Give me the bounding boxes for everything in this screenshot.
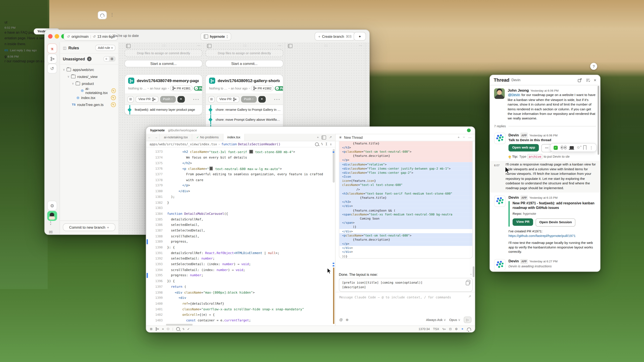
cursor-position[interactable]: 1370:34 bbox=[418, 327, 430, 331]
layout-icon[interactable]: ⊞ bbox=[150, 327, 152, 331]
panel-toggle-icon[interactable] bbox=[126, 44, 130, 48]
avatar[interactable] bbox=[494, 88, 505, 99]
code-line-1385[interactable]: 1385 detailsScrollRef, bbox=[146, 217, 335, 222]
code-line-1383[interactable]: 1383 bbox=[146, 205, 335, 211]
branch-name[interactable]: devin/1764380749-memory-page bbox=[137, 78, 198, 83]
code-line-1378[interactable]: 1378 with care bbox=[146, 177, 335, 183]
code-line-1401[interactable]: 1401 className="overflow-x-auto scrollba… bbox=[146, 306, 335, 312]
slack-replies-link[interactable]: es Last reply 1 day ago bbox=[4, 48, 37, 52]
add-reaction-icon[interactable]: ☺ bbox=[577, 146, 580, 149]
devin-avatar[interactable] bbox=[494, 195, 506, 207]
assistant-conversation[interactable]: {feature.title} </h3> <p className="text… bbox=[336, 141, 475, 292]
commit-item[interactable]: chore: move Prompt Gallery above Workflo… bbox=[206, 114, 283, 124]
assign-button[interactable]: ⊞ bbox=[208, 96, 215, 102]
check-icon[interactable]: ✓ bbox=[187, 327, 190, 331]
send-button[interactable]: ▷ bbox=[464, 316, 472, 323]
debug-icon[interactable]: ⚙ bbox=[455, 327, 458, 331]
prettier-icon[interactable]: ϟ» bbox=[442, 327, 446, 331]
tree-item-routes-view[interactable]: ∨routes/_view bbox=[60, 73, 118, 80]
more-actions-icon[interactable]: ⋮ bbox=[590, 145, 593, 150]
lane-menu-icon[interactable]: ⋯ bbox=[359, 44, 363, 47]
open-devin-session-button[interactable]: Open Devin Session bbox=[536, 218, 576, 227]
code-line-1379[interactable]: 1379 </p> bbox=[146, 183, 335, 188]
code-line-1391[interactable]: 1391 detailsScrollRef: React.RefObject<H… bbox=[146, 250, 335, 256]
tree-item-apps-web-src[interactable]: ∨apps/web/src bbox=[60, 66, 118, 73]
code-line-1399[interactable]: 1399 <div bbox=[146, 295, 335, 301]
ai-actions-button[interactable]: ✦ bbox=[354, 32, 366, 41]
breadcrumb[interactable]: apps/web/src/routes/_view/index.tsx › fu… bbox=[146, 141, 335, 147]
start-commit-button[interactable]: Start a commit... bbox=[124, 60, 202, 67]
thread-scrollbar[interactable] bbox=[598, 86, 599, 155]
code-line-1392[interactable]: 1392 selectedDetail: number; bbox=[146, 256, 335, 262]
feedback-mail-icon[interactable]: ✉ bbox=[49, 230, 52, 235]
code-line-1387[interactable]: 1387 setSelectedDetail, bbox=[146, 228, 335, 233]
model-select[interactable]: Opus ∨ bbox=[449, 318, 460, 322]
expand-input-icon[interactable]: ↗ bbox=[468, 295, 471, 298]
check-reaction-icon[interactable]: ✓ bbox=[554, 145, 558, 150]
code-line-1380[interactable]: 1380 </div> bbox=[146, 188, 335, 194]
drop-zone[interactable]: Drop files to assign or commit directly bbox=[124, 49, 202, 57]
split-editor-icon[interactable] bbox=[322, 135, 326, 139]
diff-icon[interactable]: ↕ bbox=[330, 142, 332, 146]
drag-handle-icon[interactable]: ∷∷ bbox=[324, 44, 327, 47]
code-line-1375[interactable]: 1375 </h2> bbox=[146, 160, 335, 166]
view-pr-button[interactable]: View PR bbox=[136, 96, 158, 102]
tab-ai-notetaking[interactable]: ai-notetaking.tsx bbox=[159, 134, 192, 141]
eyes-reaction-icon[interactable] bbox=[560, 146, 567, 149]
sparkle-icon[interactable]: ϟ bbox=[321, 142, 323, 146]
devin-avatar[interactable] bbox=[494, 133, 506, 144]
commit-item[interactable]: chore: rename Gallery to Prompt Gallery … bbox=[206, 105, 283, 114]
code-line-1393[interactable]: 1393 setSelectedDetail: (index: number) … bbox=[146, 262, 335, 267]
code-editor[interactable]: 1373 <h2 className="text-3xl font-serif … bbox=[146, 147, 335, 326]
assign-button[interactable]: ⊞ bbox=[127, 96, 134, 102]
tree-item-ai-notetaking-tsx[interactable]: ⊛ai-notetaking.tsx✎ bbox=[60, 87, 118, 94]
minimize-icon[interactable]: − bbox=[463, 135, 465, 139]
expand-icon[interactable]: ↗ bbox=[329, 135, 332, 139]
ai-commit-button[interactable]: ✦ bbox=[258, 96, 266, 102]
ci-status-badge[interactable]: ✓Passed bbox=[194, 86, 202, 90]
back-icon[interactable]: ← bbox=[146, 135, 153, 139]
close-window-button[interactable] bbox=[48, 34, 52, 39]
drag-handle-icon[interactable]: ∷∷ bbox=[243, 44, 246, 47]
pr-badge[interactable]: PR #1981 bbox=[170, 85, 193, 91]
view-pr-button[interactable]: View PR bbox=[512, 218, 533, 226]
code-line-1394[interactable]: 1394 scrollToDetail: (index: number) ⇒ v… bbox=[146, 267, 335, 273]
tree-item-routetree-gen-ts[interactable]: TSrouteTree.gen.ts✎ bbox=[60, 101, 118, 108]
branch-menu-icon[interactable]: ⋯ bbox=[193, 95, 200, 103]
laptop-reaction-icon[interactable] bbox=[570, 146, 574, 149]
drag-handle-icon[interactable]: ∷∷ bbox=[162, 44, 165, 47]
language-mode[interactable]: TSX bbox=[433, 327, 439, 331]
help-button[interactable]: ? bbox=[590, 63, 597, 70]
code-line-1390[interactable]: 1390}: { bbox=[146, 245, 335, 250]
forward-icon[interactable]: → bbox=[153, 135, 159, 139]
code-line-1398[interactable]: 1398 <div className="max-[800px]:block h… bbox=[146, 290, 335, 295]
code-line-1382[interactable]: 1382} bbox=[146, 200, 335, 205]
view-pr-button[interactable]: View PR bbox=[216, 96, 239, 102]
add-rule-button[interactable]: Add rule + bbox=[96, 45, 115, 51]
commit-item[interactable]: feat(web): add memory layer product page bbox=[125, 105, 202, 114]
mention-icon[interactable]: @ bbox=[339, 318, 343, 322]
code-line-1402[interactable]: 1402 onScroll={(e) ⇒ { bbox=[146, 312, 335, 318]
branch-icon[interactable] bbox=[155, 327, 159, 331]
filter-icon[interactable] bbox=[586, 78, 590, 82]
history-rail-button[interactable]: ↺ bbox=[47, 64, 57, 73]
zap-icon[interactable]: ϟ bbox=[182, 327, 184, 331]
branches-rail-button[interactable] bbox=[47, 54, 57, 64]
minimize-window-button[interactable] bbox=[54, 34, 59, 39]
lane-menu-icon[interactable]: ⋯ bbox=[197, 44, 201, 47]
code-line-1381[interactable]: 1381 ); bbox=[146, 194, 335, 200]
code-line-1373[interactable]: 1373 <h2 className="text-3xl font-serif … bbox=[146, 149, 335, 155]
push-button[interactable]: Push ↑ bbox=[241, 96, 256, 102]
permission-mode-select[interactable]: Always Ask ∨ bbox=[426, 318, 446, 322]
editor-scrollbar[interactable] bbox=[333, 149, 334, 183]
close-icon[interactable]: × bbox=[594, 77, 596, 82]
panel-toggle-icon[interactable] bbox=[288, 44, 292, 48]
copilot-icon[interactable]: ✦ bbox=[461, 327, 464, 331]
pr-link[interactable]: https://github.com/fastrepl/hyprnote/pul… bbox=[508, 234, 596, 238]
new-tab-icon[interactable]: + bbox=[317, 135, 319, 139]
search-icon[interactable] bbox=[176, 327, 180, 331]
copy-icon[interactable] bbox=[466, 280, 470, 284]
tab-index[interactable]: index.tsx bbox=[223, 134, 245, 141]
gitbutler-status-icon[interactable] bbox=[467, 129, 470, 132]
code-line-1396[interactable]: 1396}) { bbox=[146, 278, 335, 284]
